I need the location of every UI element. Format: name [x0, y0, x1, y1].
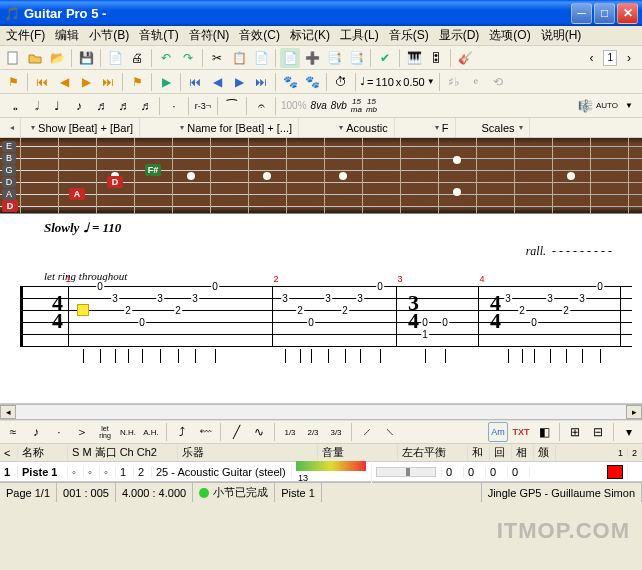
- tab-note[interactable]: 0: [530, 317, 538, 328]
- extra-toggle[interactable]: ◦: [100, 466, 116, 478]
- tab-note[interactable]: 2: [296, 305, 304, 316]
- page-prev-button[interactable]: ‹: [581, 48, 601, 68]
- tab-note[interactable]: 0: [376, 281, 384, 292]
- check-button[interactable]: ✔: [375, 48, 395, 68]
- tab-note[interactable]: 2: [124, 305, 132, 316]
- half-note-button[interactable]: 𝅗𝅥: [25, 96, 45, 116]
- menu-tools[interactable]: 工具(L): [340, 27, 379, 44]
- menu-track[interactable]: 音轨(T): [139, 27, 178, 44]
- hui-val[interactable]: 0: [464, 466, 486, 478]
- paste-button[interactable]: 📄: [251, 48, 271, 68]
- midi-button[interactable]: 🎹: [404, 48, 424, 68]
- track-color[interactable]: [603, 465, 628, 479]
- key-dropdown[interactable]: ▾ F: [425, 118, 456, 137]
- tab-note[interactable]: 1: [421, 329, 429, 340]
- edit-cursor[interactable]: [77, 304, 89, 316]
- tab-note[interactable]: 3: [111, 293, 119, 304]
- open-button[interactable]: [25, 48, 45, 68]
- tuner-button[interactable]: 🎸: [455, 48, 475, 68]
- volume-cell[interactable]: 13: [292, 461, 372, 483]
- metronome-button[interactable]: 🐾: [302, 72, 322, 92]
- close-button[interactable]: ✕: [617, 3, 638, 24]
- misc-1-button[interactable]: ◧: [534, 422, 554, 442]
- tab-note[interactable]: 2: [518, 305, 526, 316]
- pan-cell[interactable]: [372, 467, 442, 477]
- tab-note[interactable]: 3: [546, 293, 554, 304]
- instrument-name[interactable]: 25 - Acoustic Guitar (steel): [152, 466, 292, 478]
- dropdown-arrow[interactable]: ▼: [619, 96, 639, 116]
- frac-33-button[interactable]: 3/3: [326, 422, 346, 442]
- tremolo-button[interactable]: ⬳: [195, 422, 215, 442]
- 8vb-button[interactable]: 8vb: [330, 96, 348, 116]
- fret-note[interactable]: A: [69, 188, 85, 200]
- tuplet-button[interactable]: r-3¬: [193, 96, 213, 116]
- time-sig-button[interactable]: 𝄴: [466, 72, 486, 92]
- misc-3-button[interactable]: ⊟: [588, 422, 608, 442]
- fermata-button[interactable]: 𝄐: [251, 96, 271, 116]
- auto-button[interactable]: AUTO: [597, 96, 617, 116]
- sound-dropdown[interactable]: ▾ Acoustic: [329, 118, 395, 137]
- pin-val[interactable]: 0: [508, 466, 530, 478]
- copy-track-button[interactable]: 📑: [346, 48, 366, 68]
- tab-note[interactable]: 0: [596, 281, 604, 292]
- frac-23-button[interactable]: 2/3: [303, 422, 323, 442]
- horizontal-scrollbar[interactable]: ◂ ▸: [0, 404, 642, 420]
- score-area[interactable]: Slowly ♩ = 110 rall. - - - - - - - - - l…: [0, 214, 642, 404]
- show-dropdown[interactable]: ▾ Show [Beat] + [Bar]: [21, 118, 140, 137]
- misc-2-button[interactable]: ⊞: [565, 422, 585, 442]
- page-next-button[interactable]: ›: [619, 48, 639, 68]
- tab-note[interactable]: 0: [307, 317, 315, 328]
- marker-last-button[interactable]: ⏭: [98, 72, 118, 92]
- solo-toggle[interactable]: ◦: [68, 466, 84, 478]
- tab-note[interactable]: 0: [96, 281, 104, 292]
- rse-button[interactable]: 🎛: [426, 48, 446, 68]
- print-preview-button[interactable]: 📄: [105, 48, 125, 68]
- quarter-note-button[interactable]: ♩: [47, 96, 67, 116]
- xiang-val[interactable]: 0: [486, 466, 508, 478]
- frac-13-button[interactable]: 1/3: [280, 422, 300, 442]
- scroll-left-button[interactable]: ◂: [0, 405, 16, 419]
- scales-dropdown[interactable]: Scales▾: [476, 118, 530, 137]
- countdown-button[interactable]: ⏱: [331, 72, 351, 92]
- prev-chord-button[interactable]: ◂: [0, 118, 21, 137]
- bend-button[interactable]: ⤴: [172, 422, 192, 442]
- tie-button[interactable]: ⁀: [222, 96, 242, 116]
- menu-music[interactable]: 音乐(S): [389, 27, 429, 44]
- accent-button[interactable]: ＞: [72, 422, 92, 442]
- menu-edit[interactable]: 编辑: [55, 27, 79, 44]
- browse-button[interactable]: 📂: [47, 48, 67, 68]
- loop-button[interactable]: 🐾: [280, 72, 300, 92]
- name-dropdown[interactable]: ▾ Name for [Beat] + [...]: [170, 118, 299, 137]
- text-button[interactable]: TXT: [511, 422, 531, 442]
- fret-note[interactable]: D: [107, 176, 123, 188]
- tab-note[interactable]: 0: [441, 317, 449, 328]
- marker-list-button[interactable]: ⚑: [3, 72, 23, 92]
- menu-help[interactable]: 说明(H): [541, 27, 582, 44]
- tab-staff[interactable]: 44344412340320323032032300103203230: [20, 286, 632, 346]
- vibrato-button[interactable]: ∿: [249, 422, 269, 442]
- slide-button[interactable]: ╱: [226, 422, 246, 442]
- eighth-note-button[interactable]: ♪: [69, 96, 89, 116]
- scroll-right-button[interactable]: ▸: [626, 405, 642, 419]
- sixteenth-note-button[interactable]: ♬: [91, 96, 111, 116]
- he-val[interactable]: 0: [442, 466, 464, 478]
- menu-options[interactable]: 选项(O): [489, 27, 530, 44]
- marker-prev-button[interactable]: ◀: [54, 72, 74, 92]
- track-name[interactable]: Piste 1: [18, 466, 68, 478]
- whole-note-button[interactable]: 𝅝: [3, 96, 23, 116]
- tempo-control[interactable]: ♩ = 110 x 0.50 ▼: [360, 75, 435, 88]
- 15mb-button[interactable]: 15mb: [365, 96, 378, 116]
- fret-note[interactable]: D: [2, 200, 18, 212]
- add-track-button[interactable]: ➕: [302, 48, 322, 68]
- chord-diagram-button[interactable]: Am: [488, 422, 508, 442]
- zoom-label[interactable]: 100%: [280, 96, 308, 116]
- ch1[interactable]: 1: [116, 466, 134, 478]
- track-arrow[interactable]: <: [0, 447, 18, 459]
- ch2[interactable]: 2: [134, 466, 152, 478]
- maximize-button[interactable]: □: [594, 3, 615, 24]
- menu-bar[interactable]: 小节(B): [89, 27, 129, 44]
- copy-button[interactable]: 📋: [229, 48, 249, 68]
- tab-note[interactable]: 3: [324, 293, 332, 304]
- palm-mute-button[interactable]: ⟋: [357, 422, 377, 442]
- repeat-button[interactable]: ⟲: [488, 72, 508, 92]
